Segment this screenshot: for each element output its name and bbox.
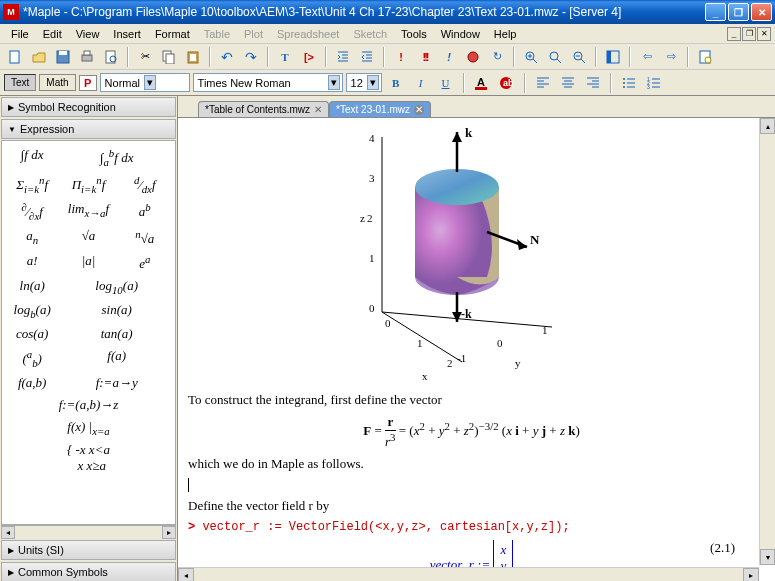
menu-view[interactable]: View — [69, 26, 107, 42]
palette-h-scrollbar[interactable]: ◂▸ — [1, 525, 176, 539]
menu-file[interactable]: File — [4, 26, 36, 42]
redo-button[interactable]: ↷ — [240, 46, 262, 68]
expr-eval[interactable]: f(x) |x=a — [6, 417, 171, 439]
close-button[interactable]: ✕ — [751, 3, 772, 21]
help-button[interactable] — [694, 46, 716, 68]
expr-integral[interactable]: ∫f dx — [6, 145, 58, 170]
menu-plot[interactable]: Plot — [237, 26, 270, 42]
font-combo[interactable]: Times New Roman▾ — [193, 73, 343, 92]
menu-help[interactable]: Help — [487, 26, 524, 42]
plot-3d[interactable]: 4 3 2 1 0 z 012 x -101 y — [327, 122, 617, 382]
maple-input-button[interactable]: [> — [298, 46, 320, 68]
document-body[interactable]: 4 3 2 1 0 z 012 x -101 y — [178, 118, 775, 581]
outdent-button[interactable] — [356, 46, 378, 68]
zoom-out-button[interactable] — [568, 46, 590, 68]
align-right-button[interactable] — [582, 72, 604, 94]
font-size-combo[interactable]: 12▾ — [346, 73, 382, 92]
menu-spreadsheet[interactable]: Spreadsheet — [270, 26, 346, 42]
expr-partial[interactable]: ∂⁄∂xf — [6, 199, 58, 224]
paste-button[interactable] — [182, 46, 204, 68]
toggle-panel-button[interactable] — [602, 46, 624, 68]
expr-tan[interactable]: tan(a) — [62, 324, 171, 344]
indent-button[interactable] — [332, 46, 354, 68]
align-left-button[interactable] — [532, 72, 554, 94]
expr-subscript[interactable]: an — [6, 226, 58, 249]
expr-abs[interactable]: |a| — [62, 251, 114, 274]
expr-cos[interactable]: cos(a) — [6, 324, 58, 344]
expr-factorial[interactable]: a! — [6, 251, 58, 274]
menu-sketch[interactable]: Sketch — [346, 26, 394, 42]
font-color-button[interactable]: A — [471, 72, 493, 94]
expr-power[interactable]: ab — [119, 199, 171, 224]
new-button[interactable] — [4, 46, 26, 68]
palette-units-si[interactable]: ▶Units (SI) — [1, 540, 176, 560]
tab-text-23-01[interactable]: *Text 23-01.mwz✕ — [329, 101, 431, 117]
copy-button[interactable] — [158, 46, 180, 68]
menu-insert[interactable]: Insert — [106, 26, 148, 42]
bold-button[interactable]: B — [385, 72, 407, 94]
expr-def-integral[interactable]: ∫abf dx — [62, 145, 171, 170]
v-scrollbar[interactable]: ▴▾ — [759, 118, 775, 565]
italic-button[interactable]: I — [410, 72, 432, 94]
expr-sqrt[interactable]: √a — [62, 226, 114, 249]
h-scrollbar[interactable]: ◂▸ — [178, 567, 759, 581]
palette-symbol-recognition[interactable]: ▶Symbol Recognition — [1, 97, 176, 117]
maple-input[interactable]: > vector_r := VectorField(<x,y,z>, carte… — [188, 520, 755, 534]
zoom-fit-button[interactable] — [520, 46, 542, 68]
expr-exp[interactable]: ea — [119, 251, 171, 274]
align-center-button[interactable] — [557, 72, 579, 94]
bullet-list-button[interactable] — [618, 72, 640, 94]
expr-ln[interactable]: ln(a) — [6, 276, 58, 298]
mdi-restore-button[interactable]: ❐ — [742, 27, 756, 41]
close-icon[interactable]: ✕ — [414, 105, 424, 115]
expr-log10[interactable]: log10(a) — [62, 276, 171, 298]
mdi-minimize-button[interactable]: _ — [727, 27, 741, 41]
doc-cursor-line[interactable] — [188, 478, 189, 492]
expr-limit[interactable]: limx→af — [62, 199, 114, 224]
debug-button[interactable] — [462, 46, 484, 68]
cut-button[interactable]: ✂ — [134, 46, 156, 68]
menu-edit[interactable]: Edit — [36, 26, 69, 42]
print-preview-button[interactable] — [100, 46, 122, 68]
underline-button[interactable]: U — [435, 72, 457, 94]
menu-format[interactable]: Format — [148, 26, 197, 42]
style-combo[interactable]: Normal▾ — [100, 73, 190, 92]
tab-table-of-contents[interactable]: *Table of Contents.mwz✕ — [198, 101, 329, 117]
save-button[interactable] — [52, 46, 74, 68]
print-button[interactable] — [76, 46, 98, 68]
expr-func[interactable]: f(a) — [62, 346, 171, 371]
expr-sin[interactable]: sin(a) — [62, 300, 171, 322]
execute-button[interactable]: ! — [390, 46, 412, 68]
menu-window[interactable]: Window — [434, 26, 487, 42]
mdi-close-button[interactable]: ✕ — [757, 27, 771, 41]
interrupt-button[interactable]: ! — [438, 46, 460, 68]
text-mode-button[interactable]: T — [274, 46, 296, 68]
open-button[interactable] — [28, 46, 50, 68]
execute-all-button[interactable]: !!! — [414, 46, 436, 68]
restart-button[interactable]: ↻ — [486, 46, 508, 68]
back-button[interactable]: ⇦ — [636, 46, 658, 68]
palette-common-symbols[interactable]: ▶Common Symbols — [1, 562, 176, 581]
zoom-in-button[interactable] — [544, 46, 566, 68]
expr-product[interactable]: Πi=knf — [62, 172, 114, 197]
maximize-button[interactable]: ❐ — [728, 3, 749, 21]
palette-expression[interactable]: ▼Expression — [1, 119, 176, 139]
highlight-button[interactable]: ab — [496, 72, 518, 94]
expr-func2[interactable]: f(a,b) — [6, 373, 58, 393]
paragraph-style-button[interactable]: P — [79, 75, 97, 91]
menu-tools[interactable]: Tools — [394, 26, 434, 42]
expr-binomial[interactable]: (ab) — [6, 346, 58, 371]
number-list-button[interactable]: 123 — [643, 72, 665, 94]
expr-nthroot[interactable]: n√a — [119, 226, 171, 249]
expr-sum[interactable]: Σi=knf — [6, 172, 58, 197]
expr-arrow2[interactable]: f:=(a,b)→z — [6, 395, 171, 415]
expr-arrow[interactable]: f:=a→y — [62, 373, 171, 393]
menu-table[interactable]: Table — [197, 26, 237, 42]
close-icon[interactable]: ✕ — [314, 104, 322, 115]
expr-logb[interactable]: logb(a) — [6, 300, 58, 322]
undo-button[interactable]: ↶ — [216, 46, 238, 68]
text-toggle[interactable]: Text — [4, 74, 36, 91]
expr-piecewise[interactable]: { -x x<a x x≥a — [6, 440, 171, 476]
forward-button[interactable]: ⇨ — [660, 46, 682, 68]
expr-derivative[interactable]: d⁄dxf — [119, 172, 171, 197]
